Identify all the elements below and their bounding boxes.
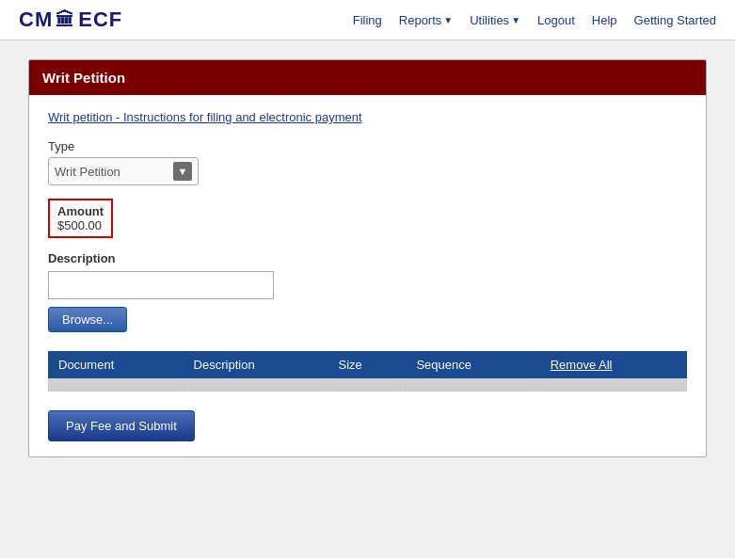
document-table: Document Description Size Sequence Remov… <box>48 351 687 392</box>
row-cell <box>328 378 407 392</box>
table-row <box>49 378 687 392</box>
browse-button[interactable]: Browse... <box>48 307 127 332</box>
type-select-arrow-icon: ▼ <box>173 162 192 181</box>
header: CM 🏛 ECF Filing Reports ▼ Utilities ▼ Lo… <box>0 0 735 40</box>
description-input[interactable] <box>48 271 274 299</box>
type-select-value: Writ Petition <box>55 165 173 179</box>
logo: CM 🏛 ECF <box>19 8 122 32</box>
col-size: Size <box>328 352 407 378</box>
col-sequence: Sequence <box>407 352 540 378</box>
description-field-row: Description Browse... <box>48 251 687 332</box>
type-field-row: Type Writ Petition ▼ <box>48 139 687 185</box>
amount-box: Amount $500.00 <box>48 199 113 238</box>
col-document: Document <box>49 352 184 378</box>
card-header: Writ Petition <box>29 60 706 95</box>
reports-dropdown-icon: ▼ <box>443 15 453 25</box>
logo-cm: CM <box>19 8 53 32</box>
utilities-dropdown-icon: ▼ <box>511 15 520 25</box>
nav-utilities[interactable]: Utilities ▼ <box>470 13 520 27</box>
logo-icon: 🏛 <box>56 9 75 31</box>
col-description: Description <box>184 352 328 378</box>
nav-help[interactable]: Help <box>592 13 617 27</box>
writ-petition-card: Writ Petition Writ petition - Instructio… <box>28 59 707 457</box>
main-nav: Filing Reports ▼ Utilities ▼ Logout Help… <box>353 13 716 27</box>
row-cell <box>49 378 184 392</box>
col-remove-all[interactable]: Remove All <box>540 352 686 378</box>
description-label: Description <box>48 251 687 265</box>
row-cell <box>407 378 540 392</box>
main-content: Writ Petition Writ petition - Instructio… <box>0 40 735 558</box>
row-cell <box>540 378 686 392</box>
amount-value: $500.00 <box>57 218 104 232</box>
logo-ecf: ECF <box>78 8 122 32</box>
card-title: Writ Petition <box>42 70 125 86</box>
nav-filing[interactable]: Filing <box>353 13 382 27</box>
amount-label: Amount <box>57 204 104 218</box>
pay-fee-submit-button[interactable]: Pay Fee and Submit <box>48 410 195 441</box>
nav-getting-started[interactable]: Getting Started <box>634 13 716 27</box>
instructions-link[interactable]: Writ petition - Instructions for filing … <box>48 110 362 124</box>
type-label: Type <box>48 139 687 153</box>
nav-logout[interactable]: Logout <box>537 13 575 27</box>
row-cell <box>184 378 328 392</box>
nav-reports[interactable]: Reports ▼ <box>399 13 453 27</box>
card-body: Writ petition - Instructions for filing … <box>29 95 706 456</box>
type-select[interactable]: Writ Petition ▼ <box>48 157 199 185</box>
